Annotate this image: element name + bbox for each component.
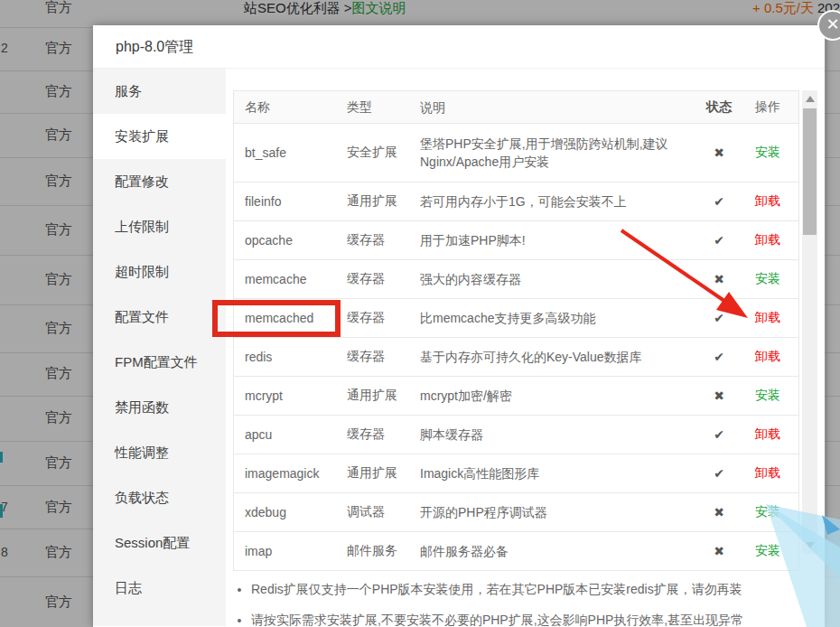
note-item: Redis扩展仅支持一个PHP版本安装使用，若在其它PHP版本已安装redis扩… (251, 580, 793, 598)
table-row: imagemagick通用扩展Imagick高性能图形库✔卸载 (234, 454, 798, 493)
status-icon: ✔ (696, 311, 742, 325)
extension-type: 安全扩展 (347, 145, 420, 161)
extension-type: 缓存器 (347, 310, 420, 326)
column-header: 说明 (420, 98, 696, 117)
extension-description: 比memcache支持更多高级功能 (420, 309, 696, 327)
column-header: 名称 (234, 99, 347, 116)
sidebar-item-负载状态[interactable]: 负载状态 (93, 475, 226, 520)
extension-name: xdebug (234, 505, 347, 519)
table-row: xdebug调试器开源的PHP程序调试器✖安装 (234, 493, 798, 532)
install-link[interactable]: 安装 (755, 388, 780, 402)
extension-type: 缓存器 (347, 232, 420, 248)
red-highlight-box (212, 300, 341, 337)
extension-name: memcache (234, 272, 347, 286)
action-cell: 安装 (742, 388, 798, 404)
extension-name: imap (234, 544, 347, 558)
table-row: bt_safe安全扩展堡塔PHP安全扩展,用于增强防跨站机制,建议Nginx/A… (234, 124, 798, 182)
action-cell: 卸载 (742, 310, 798, 326)
dialog-title: php-8.0管理 (93, 25, 825, 69)
dialog-body: 服务安装扩展配置修改上传限制超时限制配置文件FPM配置文件禁用函数性能调整负载状… (93, 69, 825, 626)
extension-type: 缓存器 (347, 426, 420, 443)
extension-name: opcache (234, 233, 347, 248)
extension-description: 基于内存亦可持久化的Key-Value数据库 (420, 348, 696, 366)
column-header: 状态 (696, 99, 742, 116)
table-row: opcache缓存器用于加速PHP脚本!✔卸载 (234, 221, 798, 260)
extension-type: 缓存器 (347, 271, 420, 287)
scroll-down-icon[interactable] (806, 542, 815, 548)
extension-description: 强大的内容缓存器 (420, 270, 696, 288)
install-link[interactable]: 安装 (755, 271, 780, 285)
sidebar-item-配置修改[interactable]: 配置修改 (93, 159, 226, 204)
table-row: memcache缓存器强大的内容缓存器✖安装 (234, 260, 798, 299)
uninstall-link[interactable]: 卸载 (755, 232, 780, 247)
uninstall-link[interactable]: 卸载 (755, 310, 780, 324)
sidebar-item-配置文件[interactable]: 配置文件 (93, 295, 226, 340)
extension-description: 脚本缓存器 (420, 426, 696, 444)
uninstall-link[interactable]: 卸载 (755, 193, 780, 208)
action-cell: 卸载 (742, 232, 798, 248)
status-icon: ✖ (696, 544, 742, 558)
status-icon: ✖ (696, 388, 742, 403)
status-icon: ✔ (696, 466, 742, 481)
uninstall-link[interactable]: 卸载 (755, 349, 780, 363)
scroll-up-icon[interactable] (806, 96, 815, 102)
table-row: mcrypt通用扩展mcrypt加密/解密✖安装 (234, 377, 798, 416)
install-link[interactable]: 安装 (755, 543, 780, 557)
extension-type: 通用扩展 (347, 193, 420, 210)
extension-name: mcrypt (234, 388, 347, 403)
note-item: 请按实际需求安装扩展,不要安装不必要的PHP扩展,这会影响PHP执行效率,甚至出… (251, 611, 793, 627)
table-header-row: 名称类型说明状态操作 (234, 91, 798, 124)
install-link[interactable]: 安装 (755, 145, 780, 159)
extension-description: 用于加速PHP脚本! (420, 231, 696, 249)
extension-name: redis (234, 350, 347, 364)
php-manage-dialog: php-8.0管理 服务安装扩展配置修改上传限制超时限制配置文件FPM配置文件禁… (93, 25, 825, 627)
sidebar-item-FPM配置文件[interactable]: FPM配置文件 (93, 340, 226, 385)
action-cell: 卸载 (742, 349, 798, 365)
sidebar-item-安装扩展[interactable]: 安装扩展 (93, 114, 226, 159)
extension-type: 通用扩展 (347, 465, 420, 482)
status-icon: ✖ (696, 145, 742, 160)
extension-description: mcrypt加密/解密 (420, 387, 696, 405)
action-cell: 安装 (742, 145, 798, 161)
extension-description: Imagick高性能图形库 (420, 464, 696, 482)
action-cell: 安装 (742, 543, 798, 559)
table-row: redis缓存器基于内存亦可持久化的Key-Value数据库✔卸载 (234, 338, 798, 377)
table-scrollbar[interactable] (802, 90, 817, 554)
extension-name: fileinfo (234, 194, 347, 209)
uninstall-link[interactable]: 卸载 (755, 465, 780, 480)
sidebar-item-性能调整[interactable]: 性能调整 (93, 430, 226, 475)
uninstall-link[interactable]: 卸载 (755, 426, 780, 441)
column-header: 类型 (347, 99, 420, 116)
action-cell: 卸载 (742, 193, 798, 210)
sidebar-item-服务[interactable]: 服务 (93, 69, 226, 114)
table-row: apcu缓存器脚本缓存器✔卸载 (234, 416, 798, 454)
sidebar-item-超时限制[interactable]: 超时限制 (93, 249, 226, 295)
sidebar-item-禁用函数[interactable]: 禁用函数 (93, 385, 226, 430)
extension-description: 堡塔PHP安全扩展,用于增强防跨站机制,建议Nginx/Apache用户安装 (420, 135, 696, 171)
action-cell: 安装 (742, 504, 798, 520)
table-row: fileinfo通用扩展若可用内存小于1G，可能会安装不上✔卸载 (234, 182, 798, 221)
sidebar-item-上传限制[interactable]: 上传限制 (93, 204, 226, 249)
extension-description: 邮件服务器必备 (420, 542, 696, 560)
action-cell: 卸载 (742, 465, 798, 482)
status-icon: ✖ (696, 272, 742, 286)
notes-list: Redis扩展仅支持一个PHP版本安装使用，若在其它PHP版本已安装redis扩… (251, 580, 793, 627)
extension-type: 通用扩展 (347, 388, 420, 404)
install-link[interactable]: 安装 (755, 504, 780, 519)
sidebar-item-Session配置[interactable]: Session配置 (93, 520, 226, 566)
sidebar-item-日志[interactable]: 日志 (93, 566, 226, 611)
action-cell: 卸载 (742, 426, 798, 443)
status-icon: ✔ (696, 233, 742, 248)
action-cell: 安装 (742, 271, 798, 287)
status-icon: ✔ (696, 427, 742, 442)
table-row: imap邮件服务邮件服务器必备✖安装 (234, 532, 798, 571)
extension-type: 缓存器 (347, 349, 420, 365)
scrollbar-thumb[interactable] (803, 108, 817, 235)
extension-description: 若可用内存小于1G，可能会安装不上 (420, 192, 696, 211)
dialog-content: 名称类型说明状态操作bt_safe安全扩展堡塔PHP安全扩展,用于增强防跨站机制… (226, 69, 825, 626)
extension-name: bt_safe (234, 145, 347, 160)
status-icon: ✔ (696, 194, 742, 209)
extension-name: apcu (234, 427, 347, 442)
extension-name: imagemagick (234, 466, 347, 481)
screen: 站SEO优化利器 >图文说明 + 0.5元/天 202 官方官方2官方官方官方官… (0, 0, 840, 627)
